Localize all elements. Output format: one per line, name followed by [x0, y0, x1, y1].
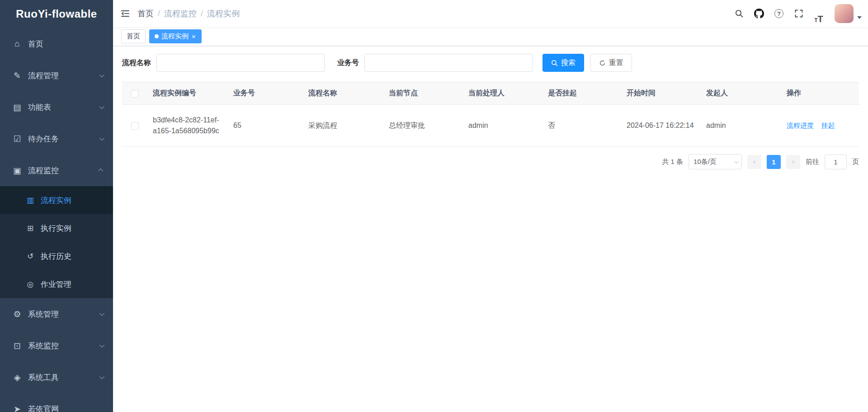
search-button-label: 搜索 — [561, 58, 576, 68]
gear-icon: ⚙ — [12, 309, 23, 319]
page-content: 流程名称 业务号 搜索 重置 — [113, 46, 868, 412]
todo-tasks-icon: ☑ — [12, 134, 23, 144]
page-number-1[interactable]: 1 — [767, 155, 781, 169]
cell-current-handler: admin — [463, 105, 542, 147]
github-icon[interactable] — [751, 4, 767, 23]
chevron-down-icon — [99, 374, 104, 379]
sidebar-item-label: 流程管理 — [28, 70, 59, 81]
sidebar-menu: ⌂ 首页 ✎ 流程管理 ▤ 功能表 ☑ 待办任务 ▣ 流程监控 — [0, 28, 113, 412]
sidebar-item-process-instance[interactable]: ▥ 流程实例 — [0, 186, 113, 214]
tag-label: 流程实例 — [161, 32, 189, 41]
help-icon[interactable]: ? — [771, 4, 787, 23]
fullscreen-icon[interactable] — [791, 4, 807, 23]
app-logo: RuoYi-flowable — [0, 0, 113, 28]
chevron-down-icon — [99, 136, 104, 140]
sidebar-item-system-monitor[interactable]: ⊡ 系统监控 — [0, 330, 113, 361]
breadcrumb-separator: / — [158, 9, 160, 19]
breadcrumb-separator: / — [201, 9, 203, 19]
business-no-input[interactable] — [364, 54, 533, 72]
col-header-process-name: 流程名称 — [303, 82, 383, 105]
sidebar: RuoYi-flowable ⌂ 首页 ✎ 流程管理 ▤ 功能表 ☑ 待办任务 — [0, 0, 113, 412]
sidebar-toggle-icon[interactable] — [113, 0, 137, 27]
goto-page-input[interactable] — [825, 154, 847, 169]
business-no-label: 业务号 — [337, 58, 359, 68]
sidebar-item-label: 执行历史 — [41, 251, 71, 262]
col-header-instance-id: 流程实例编号 — [147, 82, 228, 105]
goto-label: 前往 — [806, 158, 819, 166]
sidebar-item-todo-tasks[interactable]: ☑ 待办任务 — [0, 123, 113, 154]
sidebar-item-execution-instance[interactable]: ⊞ 执行实例 — [0, 214, 113, 242]
sidebar-item-label: 首页 — [28, 39, 43, 49]
process-management-icon: ✎ — [12, 70, 23, 81]
select-all-checkbox[interactable] — [131, 90, 139, 98]
tag-home[interactable]: 首页 — [121, 29, 146, 43]
row-checkbox[interactable] — [131, 122, 139, 130]
col-header-current-handler: 当前处理人 — [463, 82, 542, 105]
reset-button-label: 重置 — [609, 58, 623, 68]
font-size-icon[interactable]: T T — [811, 4, 826, 23]
process-progress-link[interactable]: 流程进度 — [787, 122, 814, 129]
sidebar-item-execution-history[interactable]: ↺ 执行历史 — [0, 242, 113, 270]
font-size-small-glyph: T — [814, 17, 817, 23]
chevron-down-icon — [99, 72, 104, 77]
close-icon[interactable]: × — [191, 33, 196, 40]
monitor-icon: ⊡ — [12, 341, 23, 351]
font-size-big-glyph: T — [818, 14, 823, 23]
prev-page-button[interactable]: ‹ — [747, 155, 761, 169]
cell-initiator: admin — [701, 105, 781, 147]
breadcrumb: 首页 / 流程监控 / 流程实例 — [137, 8, 240, 19]
sidebar-item-label: 流程实例 — [41, 195, 71, 206]
active-dot-icon — [155, 34, 159, 38]
user-avatar-menu[interactable] — [835, 4, 862, 23]
sidebar-item-system-management[interactable]: ⚙ 系统管理 — [0, 298, 113, 330]
cell-business-no: 65 — [228, 105, 303, 147]
sidebar-item-official-site[interactable]: ➤ 若依官网 — [0, 393, 113, 412]
col-header-business-no: 业务号 — [228, 82, 303, 105]
cell-current-node: 总经理审批 — [383, 105, 463, 147]
cell-start-time: 2024-06-17 16:22:14 — [621, 105, 701, 147]
col-header-actions: 操作 — [781, 82, 859, 105]
sidebar-item-job-management[interactable]: ◎ 作业管理 — [0, 270, 113, 298]
suspend-link[interactable]: 挂起 — [821, 122, 835, 129]
page-size-select[interactable]: 10条/页 — [689, 154, 742, 169]
reset-button[interactable]: 重置 — [590, 54, 632, 72]
process-name-input[interactable] — [156, 54, 325, 72]
cell-suspended: 否 — [542, 105, 621, 147]
breadcrumb-home[interactable]: 首页 — [137, 8, 154, 19]
execution-instance-icon: ⊞ — [25, 224, 35, 233]
execution-history-icon: ↺ — [25, 252, 35, 261]
page-unit-label: 页 — [852, 158, 859, 166]
breadcrumb-current: 流程实例 — [207, 8, 240, 19]
table-header-row: 流程实例编号 业务号 流程名称 当前节点 当前处理人 是否挂起 开始时间 发起人… — [122, 82, 859, 105]
sidebar-item-system-tools[interactable]: ◈ 系统工具 — [0, 361, 113, 393]
help-question-glyph: ? — [774, 9, 783, 18]
process-monitor-submenu: ▥ 流程实例 ⊞ 执行实例 ↺ 执行历史 ◎ 作业管理 — [0, 186, 113, 298]
home-icon: ⌂ — [12, 39, 23, 49]
col-header-suspended: 是否挂起 — [542, 82, 621, 105]
sidebar-item-label: 功能表 — [28, 102, 51, 112]
pagination: 共 1 条 10条/页 ‹ 1 › 前往 页 — [122, 154, 859, 169]
search-icon[interactable] — [731, 4, 747, 23]
sidebar-item-label: 系统管理 — [28, 309, 59, 319]
refresh-icon — [599, 60, 606, 66]
process-instance-icon: ▥ — [25, 196, 35, 205]
sidebar-item-home[interactable]: ⌂ 首页 — [0, 28, 113, 60]
sidebar-item-function-table[interactable]: ▤ 功能表 — [0, 91, 113, 123]
tags-view: 首页 流程实例 × — [113, 27, 868, 46]
chevron-down-icon — [99, 104, 104, 109]
breadcrumb-process-monitor: 流程监控 — [164, 8, 197, 19]
next-page-button[interactable]: › — [786, 155, 800, 169]
sidebar-item-label: 作业管理 — [41, 279, 71, 290]
page-size-value: 10条/页 — [693, 158, 717, 166]
sidebar-item-process-management[interactable]: ✎ 流程管理 — [0, 60, 113, 91]
avatar — [835, 4, 854, 23]
sidebar-item-label: 系统监控 — [28, 341, 59, 351]
col-header-initiator: 发起人 — [701, 82, 781, 105]
search-button[interactable]: 搜索 — [542, 54, 584, 72]
sidebar-item-label: 若依官网 — [28, 404, 59, 412]
chevron-down-icon — [99, 311, 104, 316]
sidebar-item-process-monitor[interactable]: ▣ 流程监控 — [0, 154, 113, 186]
sidebar-item-label: 流程监控 — [28, 165, 59, 176]
tools-icon: ◈ — [12, 372, 23, 383]
tag-process-instance[interactable]: 流程实例 × — [149, 29, 202, 43]
